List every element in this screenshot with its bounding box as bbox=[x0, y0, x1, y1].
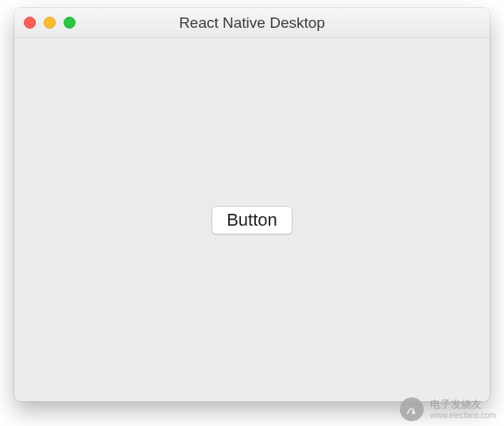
watermark-text: 电子发烧友 www.elecfans.com bbox=[430, 399, 496, 419]
app-window: React Native Desktop Button bbox=[14, 8, 490, 401]
watermark-name: 电子发烧友 bbox=[430, 399, 496, 410]
minimize-icon[interactable] bbox=[44, 17, 56, 29]
watermark-url: www.elecfans.com bbox=[430, 411, 496, 420]
titlebar: React Native Desktop bbox=[14, 8, 490, 38]
traffic-lights bbox=[14, 17, 76, 29]
close-icon[interactable] bbox=[24, 17, 36, 29]
watermark-icon bbox=[400, 397, 424, 421]
watermark: 电子发烧友 www.elecfans.com bbox=[400, 397, 496, 421]
window-title: React Native Desktop bbox=[14, 14, 490, 32]
window-content: Button bbox=[14, 38, 490, 401]
maximize-icon[interactable] bbox=[64, 17, 76, 29]
main-button[interactable]: Button bbox=[211, 206, 293, 234]
